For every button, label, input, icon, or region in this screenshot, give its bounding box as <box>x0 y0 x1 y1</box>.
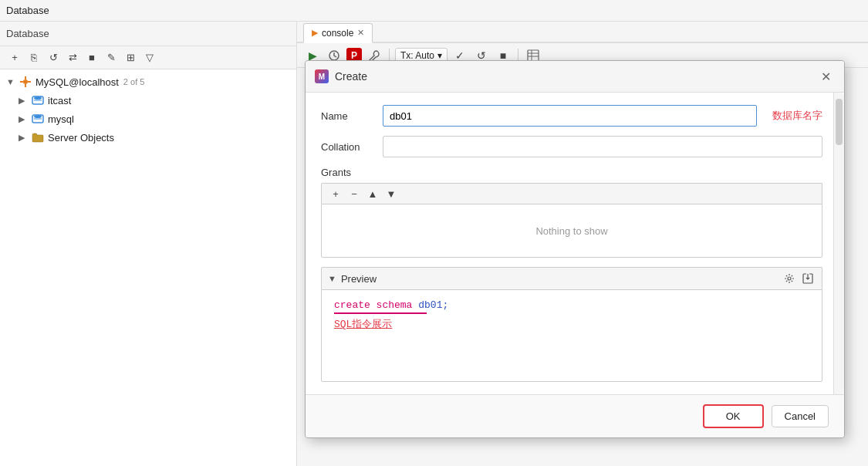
preview-toggle[interactable]: ▼ <box>328 274 336 283</box>
db-icon-itcast <box>31 93 45 107</box>
tree-server-objects-toggle[interactable]: ▶ <box>19 133 31 143</box>
db-icon-mysql <box>31 112 45 126</box>
collation-label: Collation <box>321 141 383 153</box>
name-label: Name <box>321 110 383 122</box>
preview-header: ▼ Preview <box>321 267 822 289</box>
left-panel: Database + ⎘ ↺ ⇄ ■ ✎ ⊞ ▽ ▼ <box>0 22 297 466</box>
folder-icon <box>31 130 45 144</box>
dialog-body: Name 数据库名字 Collation Grants <box>306 93 844 394</box>
tree-root-badge: 2 of 5 <box>123 77 145 86</box>
stop-button[interactable]: ■ <box>83 49 100 66</box>
menu-bar: Database <box>0 0 868 22</box>
tree-item-mysql[interactable]: ▶ mysql <box>0 110 296 128</box>
tree-mysql-toggle[interactable]: ▶ <box>19 114 31 124</box>
svg-point-6 <box>34 96 42 100</box>
create-dialog: M Create ✕ Name 数据库名字 <box>305 60 845 438</box>
name-row: Name 数据库名字 <box>321 105 822 127</box>
grants-remove-button[interactable]: − <box>346 186 362 201</box>
sql-name: db01; <box>418 299 448 311</box>
preview-export-button[interactable] <box>800 271 816 286</box>
edit-button[interactable]: ✎ <box>103 49 120 66</box>
panel-title: Database <box>6 28 49 39</box>
filter-button[interactable]: ▽ <box>141 49 158 66</box>
svg-point-0 <box>23 79 28 84</box>
name-annotation: 数据库名字 <box>772 109 822 123</box>
ok-button[interactable]: OK <box>703 404 764 428</box>
dialog-scroll-thumb[interactable] <box>836 99 843 145</box>
refresh-button[interactable]: ↺ <box>45 49 62 66</box>
grants-up-button[interactable]: ▲ <box>365 186 380 201</box>
preview-body: create schema db01; SQL指令展示 <box>321 289 822 382</box>
sync-button[interactable]: ⇄ <box>64 49 81 66</box>
grants-body: Nothing to show <box>321 204 822 258</box>
sql-underline <box>334 312 427 314</box>
tree-root-toggle[interactable]: ▼ <box>6 77 19 86</box>
grants-add-button[interactable]: + <box>328 186 343 201</box>
tree-root-label: MySQL@localhost <box>35 76 119 88</box>
tab-console[interactable]: ▶ console ✕ <box>303 23 373 43</box>
collation-input[interactable] <box>383 136 822 157</box>
tree-itcast-toggle[interactable]: ▶ <box>19 96 31 106</box>
svg-point-9 <box>34 115 42 118</box>
preview-code-line: create schema db01; <box>334 299 809 311</box>
collation-row: Collation <box>321 136 822 157</box>
tab-console-icon: ▶ <box>312 28 318 38</box>
tree-item-server-objects[interactable]: ▶ Server Objects <box>0 128 296 147</box>
svg-point-16 <box>788 277 791 280</box>
preview-settings-button[interactable] <box>782 271 797 286</box>
grants-section: Grants + − ▲ ▼ Nothing to show <box>321 167 822 258</box>
panel-header: Database <box>0 22 296 46</box>
grid-button[interactable]: ⊞ <box>122 49 139 66</box>
tree-label-mysql: mysql <box>48 113 74 125</box>
preview-title: Preview <box>341 273 777 285</box>
tree-label-server-objects: Server Objects <box>48 132 114 144</box>
sql-annotation: SQL指令展示 <box>334 317 809 331</box>
tx-chevron: ▾ <box>437 50 442 61</box>
name-input[interactable] <box>383 105 757 127</box>
grants-empty-text: Nothing to show <box>535 225 607 237</box>
preview-section: ▼ Preview <box>321 267 822 382</box>
dialog-close-button[interactable]: ✕ <box>816 67 835 86</box>
add-button[interactable]: + <box>6 49 23 66</box>
svg-rect-12 <box>528 50 539 61</box>
cancel-button[interactable]: Cancel <box>772 405 829 427</box>
tree-item-itcast[interactable]: ▶ itcast <box>0 91 296 110</box>
server-icon <box>19 75 32 89</box>
grants-label: Grants <box>321 167 822 178</box>
dialog-scrollbar[interactable] <box>833 93 844 394</box>
dialog-footer: OK Cancel <box>306 394 844 437</box>
dialog-title-bar: M Create ✕ <box>306 61 844 93</box>
copy-button[interactable]: ⎘ <box>25 49 42 66</box>
tree-label-itcast: itcast <box>48 95 71 106</box>
sql-keyword: create schema <box>334 299 412 311</box>
tx-label: Tx: Auto <box>400 50 434 61</box>
grants-toolbar: + − ▲ ▼ <box>321 183 822 204</box>
tab-bar: ▶ console ✕ <box>297 22 868 43</box>
left-toolbar: + ⎘ ↺ ⇄ ■ ✎ ⊞ ▽ <box>0 46 296 69</box>
tab-console-label: console <box>322 28 353 39</box>
tree-root[interactable]: ▼ MySQL@localhost 2 of 5 <box>0 73 296 91</box>
right-panel: ▶ console ✕ ▶ P <box>297 22 868 466</box>
tab-console-close[interactable]: ✕ <box>357 28 364 38</box>
dialog-title-text: Create <box>335 70 810 83</box>
grants-down-button[interactable]: ▼ <box>383 186 399 201</box>
preview-actions <box>782 271 816 286</box>
database-tree: ▼ MySQL@localhost 2 of 5 <box>0 69 296 466</box>
dialog-title-icon: M <box>315 69 329 83</box>
menu-database[interactable]: Database <box>6 5 49 16</box>
main-content: Database + ⎘ ↺ ⇄ ■ ✎ ⊞ ▽ ▼ <box>0 22 868 466</box>
app-container: Database Database + ⎘ ↺ ⇄ ■ ✎ ⊞ ▽ <box>0 0 868 466</box>
